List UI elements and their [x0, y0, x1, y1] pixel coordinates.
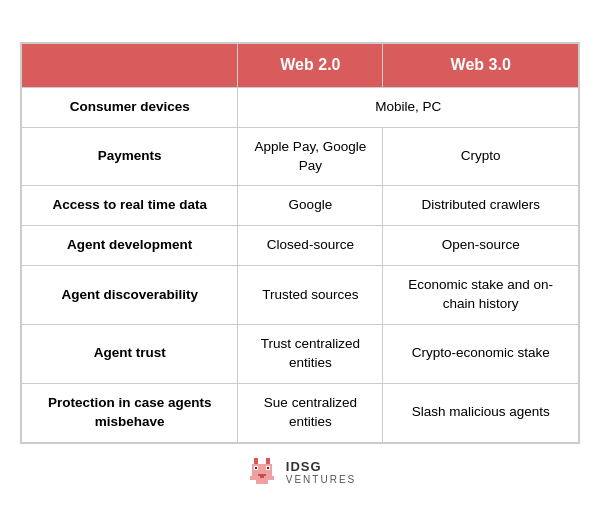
table-row: Protection in case agents misbehaveSue c… — [21, 383, 579, 442]
main-container: Web 2.0 Web 3.0 Consumer devicesMobile, … — [20, 42, 580, 489]
logo-area: IDSG VENTURES — [20, 454, 580, 490]
logo-name: IDSG — [286, 459, 356, 474]
row-label: Access to real time data — [21, 186, 238, 226]
svg-rect-5 — [255, 467, 257, 469]
row-web2-value: Trusted sources — [238, 266, 383, 325]
row-web2-value: Trust centralized entities — [238, 325, 383, 384]
row-web3-value: Crypto-economic stake — [383, 325, 579, 384]
row-web2-value: Apple Pay, Google Pay — [238, 127, 383, 186]
row-web3-value: Open-source — [383, 226, 579, 266]
svg-rect-8 — [260, 476, 264, 478]
row-label: Payments — [21, 127, 238, 186]
row-label: Agent discoverability — [21, 266, 238, 325]
table-row: Agent trustTrust centralized entitiesCry… — [21, 325, 579, 384]
comparison-table: Web 2.0 Web 3.0 Consumer devicesMobile, … — [20, 42, 580, 443]
table-row: Access to real time dataGoogleDistribute… — [21, 186, 579, 226]
row-web3-value: Distributed crawlers — [383, 186, 579, 226]
row-web2-value: Closed-source — [238, 226, 383, 266]
row-label: Agent trust — [21, 325, 238, 384]
row-merged-value: Mobile, PC — [238, 87, 579, 127]
logo-subtitle: VENTURES — [286, 474, 356, 485]
svg-rect-7 — [258, 474, 266, 476]
logo-icon — [244, 454, 280, 490]
row-web3-value: Slash malicious agents — [383, 383, 579, 442]
header-web3: Web 3.0 — [383, 43, 579, 87]
header-category — [21, 43, 238, 87]
row-web2-value: Sue centralized entities — [238, 383, 383, 442]
table-row: Agent discoverabilityTrusted sourcesEcon… — [21, 266, 579, 325]
row-web3-value: Economic stake and on-chain history — [383, 266, 579, 325]
svg-rect-10 — [268, 476, 274, 480]
row-web3-value: Crypto — [383, 127, 579, 186]
svg-rect-11 — [256, 478, 268, 484]
logo-text-wrapper: IDSG VENTURES — [286, 459, 356, 485]
row-label: Consumer devices — [21, 87, 238, 127]
svg-rect-6 — [267, 467, 269, 469]
table-row: Agent developmentClosed-sourceOpen-sourc… — [21, 226, 579, 266]
table-row: Consumer devicesMobile, PC — [21, 87, 579, 127]
table-header-row: Web 2.0 Web 3.0 — [21, 43, 579, 87]
table-row: PaymentsApple Pay, Google PayCrypto — [21, 127, 579, 186]
svg-rect-9 — [250, 476, 256, 480]
row-web2-value: Google — [238, 186, 383, 226]
row-label: Protection in case agents misbehave — [21, 383, 238, 442]
row-label: Agent development — [21, 226, 238, 266]
header-web2: Web 2.0 — [238, 43, 383, 87]
